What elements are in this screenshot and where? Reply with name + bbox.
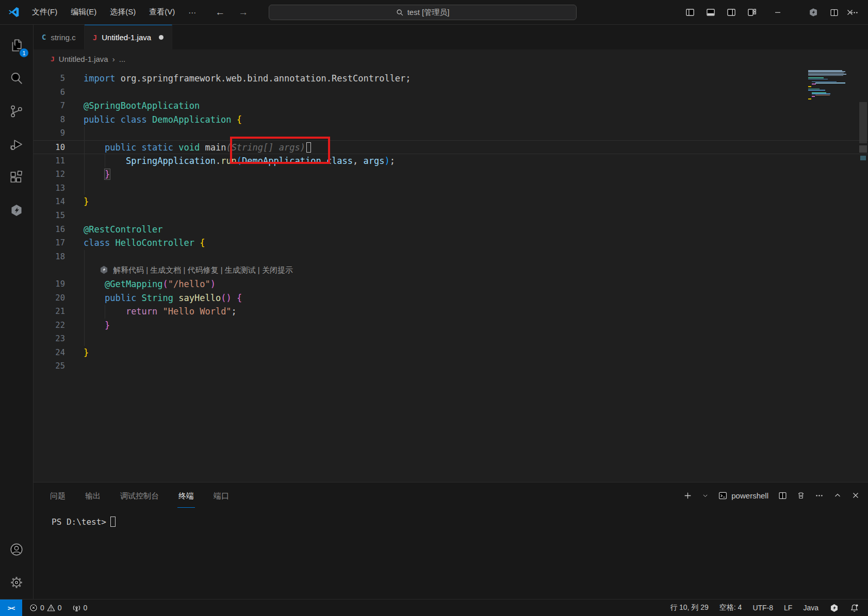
remote-indicator[interactable]: >< (0, 600, 22, 616)
breadcrumb-file[interactable]: Untitled-1.java (59, 55, 108, 63)
panel-tab-问题[interactable]: 问题 (49, 484, 67, 508)
code-line[interactable]: 6 (34, 86, 868, 99)
activity-files[interactable]: 1 (0, 29, 33, 62)
comate-icon[interactable] (808, 7, 818, 18)
command-center-search[interactable]: test [管理员] (269, 5, 577, 20)
activity-run-debug[interactable] (0, 128, 33, 161)
layout-sidebar-left-icon[interactable] (680, 0, 700, 25)
code-line[interactable]: 18 (34, 250, 868, 264)
code-line[interactable]: 10 public static void main(String[] args… (34, 140, 868, 154)
line-number[interactable]: 19 (34, 277, 84, 291)
code-line[interactable]: 15 (34, 209, 868, 223)
line-number[interactable]: 17 (34, 236, 84, 250)
code-line[interactable]: 13 (34, 181, 868, 195)
status-comate-status[interactable] (826, 600, 842, 616)
terminal-profile-selector[interactable]: powershell (718, 491, 768, 500)
codelens-link[interactable]: 关闭提示 (262, 265, 293, 274)
line-number[interactable]: 6 (34, 86, 84, 99)
code-line[interactable]: 22 } (34, 319, 868, 332)
more-actions-icon[interactable] (815, 491, 824, 500)
minimap[interactable] (808, 70, 856, 101)
code-line[interactable]: 11 SpringApplication.run(DemoApplication… (34, 154, 868, 168)
code-line[interactable]: 12 } (34, 168, 868, 181)
code-line[interactable]: 16@RestController (34, 223, 868, 237)
layout-customize-icon[interactable] (742, 0, 762, 25)
tab-Untitled-1.java[interactable]: JUntitled-1.java (85, 25, 172, 49)
tab-string.c[interactable]: Cstring.c (34, 25, 85, 49)
kill-terminal-icon[interactable] (797, 491, 805, 500)
code-line[interactable]: 21 return "Hello World"; (34, 305, 868, 319)
line-number[interactable]: 5 (34, 72, 84, 86)
breadcrumb-more[interactable]: ... (119, 55, 126, 63)
activity-account[interactable] (0, 533, 33, 566)
line-number[interactable]: 10 (34, 141, 84, 155)
codelens-link[interactable]: 代码修复 (187, 265, 218, 274)
codelens-row[interactable]: 解释代码 | 生成文档 | 代码修复 | 生成测试 | 关闭提示 (34, 263, 868, 277)
activity-source-control[interactable] (0, 95, 33, 128)
minimize-button[interactable] (760, 0, 796, 25)
line-number[interactable]: 24 (34, 346, 84, 360)
line-number[interactable]: 11 (34, 154, 84, 168)
code-line[interactable]: 19 @GetMapping("/hello") (34, 277, 868, 291)
line-number[interactable]: 18 (34, 250, 84, 264)
code-editor[interactable]: 5import org.springframework.web.bind.ann… (34, 68, 868, 482)
panel-tab-输出[interactable]: 输出 (84, 484, 102, 508)
code-line[interactable]: 23 (34, 332, 868, 346)
forward-arrow-icon[interactable]: → (238, 7, 248, 18)
line-number[interactable]: 23 (34, 332, 84, 346)
breadcrumb[interactable]: J Untitled-1.java › ... (34, 49, 868, 68)
menu-item-3[interactable]: 选择(S) (103, 0, 142, 25)
codelens-link[interactable]: 解释代码 (113, 265, 144, 274)
split-editor-icon[interactable] (830, 8, 839, 17)
status-eol[interactable]: LF (781, 600, 795, 616)
status-notifications[interactable] (847, 600, 862, 616)
line-number[interactable]: 20 (34, 291, 84, 305)
code-line[interactable]: 17class HelloController { (34, 236, 868, 250)
line-number[interactable]: 14 (34, 195, 84, 209)
line-number[interactable]: 13 (34, 181, 84, 195)
maximize-panel-icon[interactable] (833, 491, 842, 500)
line-number[interactable]: 22 (34, 319, 84, 332)
status-encoding[interactable]: UTF-8 (749, 600, 776, 616)
add-terminal-icon[interactable] (683, 491, 692, 500)
menu-more-button[interactable]: ··· (182, 0, 203, 25)
activity-extensions[interactable] (0, 161, 33, 194)
layout-sidebar-right-icon[interactable] (721, 0, 742, 25)
layout-panel-icon[interactable] (700, 0, 721, 25)
problems-status[interactable]: 00 (26, 600, 65, 616)
split-terminal-icon[interactable] (778, 491, 787, 500)
panel-tab-终端[interactable]: 终端 (177, 484, 195, 508)
code-line[interactable]: 5import org.springframework.web.bind.ann… (34, 72, 868, 86)
line-number[interactable]: 7 (34, 99, 84, 113)
code-line[interactable]: 8public class DemoApplication { (34, 113, 868, 127)
line-number[interactable]: 9 (34, 126, 84, 140)
codelens-link[interactable]: 生成测试 (225, 265, 256, 274)
code-line[interactable]: 24} (34, 346, 868, 360)
codelens-link[interactable]: 生成文档 (150, 265, 181, 274)
activity-settings-gear[interactable] (0, 566, 33, 599)
activity-search[interactable] (0, 62, 33, 95)
vertical-scrollbar[interactable] (859, 102, 867, 143)
status-cursor-position[interactable]: 行 10, 列 29 (667, 600, 712, 616)
code-line[interactable]: 14} (34, 195, 868, 209)
line-number[interactable]: 12 (34, 168, 84, 181)
status-language-mode[interactable]: Java (800, 600, 822, 616)
terminal[interactable]: PS D:\test> (34, 508, 868, 599)
line-number[interactable]: 15 (34, 209, 84, 223)
menu-item-4[interactable]: 查看(V) (142, 0, 182, 25)
code-line[interactable]: 9 (34, 126, 868, 140)
status-indentation[interactable]: 空格: 4 (716, 600, 745, 616)
line-number[interactable]: 25 (34, 359, 84, 373)
back-arrow-icon[interactable]: ← (215, 7, 225, 18)
line-number[interactable]: 16 (34, 223, 84, 237)
line-number[interactable]: 21 (34, 305, 84, 319)
ellipsis-icon[interactable] (850, 8, 859, 17)
line-number[interactable]: 8 (34, 113, 84, 127)
activity-comate[interactable] (0, 194, 33, 227)
code-line[interactable]: 20 public String sayHello() { (34, 291, 868, 305)
panel-tab-端口[interactable]: 端口 (212, 484, 230, 508)
code-line[interactable]: 25 (34, 359, 868, 373)
panel-tab-调试控制台[interactable]: 调试控制台 (119, 484, 160, 508)
code-line[interactable]: 7@SpringBootApplication (34, 99, 868, 113)
profile-chevron-icon[interactable] (702, 492, 709, 499)
